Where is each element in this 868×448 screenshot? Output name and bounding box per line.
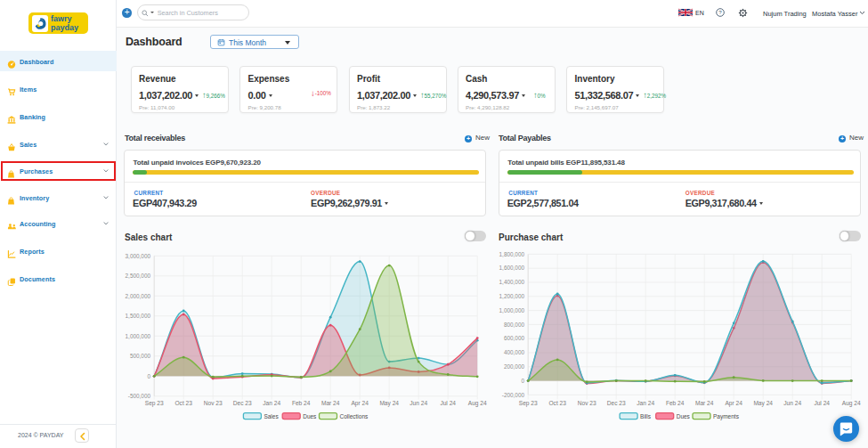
svg-text:200,000: 200,000 <box>504 363 525 370</box>
svg-text:Jan 24: Jan 24 <box>263 400 280 406</box>
svg-text:Nov 23: Nov 23 <box>578 400 596 406</box>
svg-text:1,200,000: 1,200,000 <box>499 293 525 299</box>
svg-text:3,000,000: 3,000,000 <box>126 253 151 259</box>
svg-text:Sep 23: Sep 23 <box>519 400 538 407</box>
svg-text:Aug 24: Aug 24 <box>468 400 487 407</box>
svg-text:Aug 24: Aug 24 <box>842 400 861 407</box>
svg-text:1,500,000: 1,500,000 <box>126 313 151 319</box>
svg-text:Dec 23: Dec 23 <box>607 400 626 406</box>
svg-text:1,000,000: 1,000,000 <box>126 333 151 339</box>
svg-text:Oct 23: Oct 23 <box>548 400 566 406</box>
svg-text:1,600,000: 1,600,000 <box>499 265 525 271</box>
svg-text:Dues: Dues <box>677 413 691 419</box>
svg-text:Mar 24: Mar 24 <box>321 400 340 406</box>
svg-text:Dues: Dues <box>303 413 317 419</box>
svg-text:0: 0 <box>147 373 150 379</box>
svg-text:Nov 23: Nov 23 <box>204 400 223 406</box>
svg-text:400,000: 400,000 <box>504 349 525 355</box>
svg-text:2,500,000: 2,500,000 <box>126 273 151 279</box>
svg-text:-200,000: -200,000 <box>502 392 525 398</box>
svg-text:1,000,000: 1,000,000 <box>499 307 525 314</box>
svg-text:600,000: 600,000 <box>504 335 525 341</box>
svg-text:Collections: Collections <box>340 413 369 419</box>
svg-text:Jun 24: Jun 24 <box>783 400 801 406</box>
svg-text:800,000: 800,000 <box>504 322 525 328</box>
svg-text:Feb 24: Feb 24 <box>666 400 685 406</box>
svg-text:Jul 24: Jul 24 <box>440 400 456 406</box>
svg-text:Jun 24: Jun 24 <box>410 400 427 406</box>
svg-text:May 24: May 24 <box>753 400 773 407</box>
svg-text:Sep 23: Sep 23 <box>145 400 164 407</box>
svg-text:Bills: Bills <box>640 413 652 419</box>
svg-text:Feb 24: Feb 24 <box>292 400 311 406</box>
svg-text:1,800,000: 1,800,000 <box>499 251 525 257</box>
svg-text:Sales: Sales <box>264 413 279 419</box>
svg-text:-500,000: -500,000 <box>128 393 151 399</box>
svg-text:Mar 24: Mar 24 <box>695 400 714 406</box>
svg-text:Apr 24: Apr 24 <box>725 400 742 407</box>
svg-text:1,400,000: 1,400,000 <box>499 279 525 285</box>
svg-text:0: 0 <box>521 378 524 384</box>
svg-text:Dec 23: Dec 23 <box>233 400 252 406</box>
svg-text:Apr 24: Apr 24 <box>351 400 369 407</box>
svg-text:Jul 24: Jul 24 <box>814 400 830 406</box>
svg-text:Oct 23: Oct 23 <box>174 400 192 406</box>
svg-text:2,000,000: 2,000,000 <box>126 293 151 299</box>
svg-text:?: ? <box>718 9 722 15</box>
svg-text:May 24: May 24 <box>379 400 399 407</box>
svg-text:500,000: 500,000 <box>130 353 151 359</box>
svg-text:Jan 24: Jan 24 <box>637 400 654 406</box>
svg-text:Payments: Payments <box>713 413 740 420</box>
